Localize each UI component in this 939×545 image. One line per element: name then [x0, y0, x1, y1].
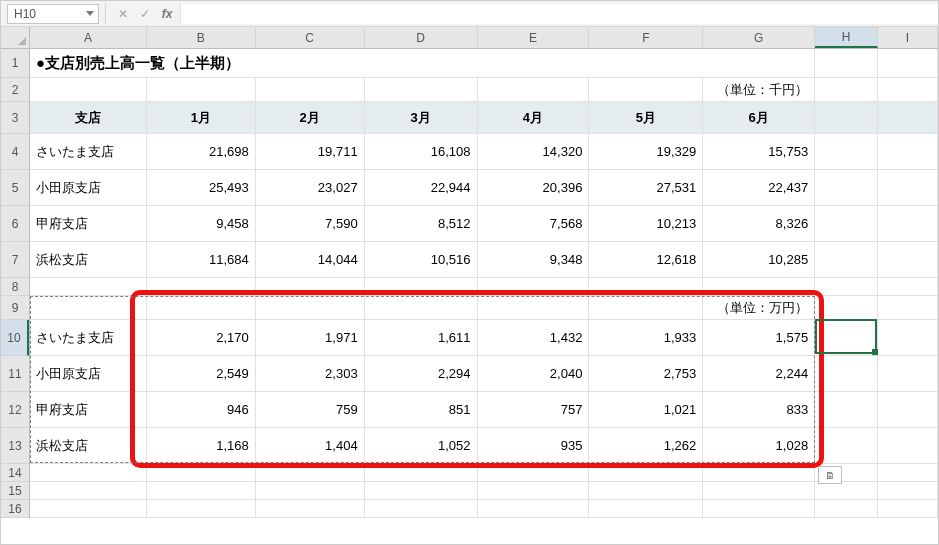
- cell-D14[interactable]: [365, 464, 478, 481]
- cell-F11[interactable]: 2,753: [589, 356, 703, 391]
- cell-D4[interactable]: 16,108: [365, 134, 478, 169]
- row-header-9[interactable]: 9: [1, 296, 29, 320]
- cell-F3[interactable]: 5月: [589, 102, 703, 133]
- cell-A8[interactable]: [30, 278, 147, 295]
- column-header-B[interactable]: B: [147, 27, 256, 48]
- cell-E10[interactable]: 1,432: [478, 320, 590, 355]
- row-header-2[interactable]: 2: [1, 78, 29, 102]
- cell-I4[interactable]: [878, 134, 938, 169]
- row-header-11[interactable]: 11: [1, 356, 29, 392]
- cell-H4[interactable]: [815, 134, 878, 169]
- cell-B7[interactable]: 11,684: [147, 242, 256, 277]
- cell-E14[interactable]: [478, 464, 590, 481]
- cells-area[interactable]: ●支店別売上高一覧（上半期）（単位：千円）支店1月2月3月4月5月6月さいたま支…: [30, 49, 938, 544]
- cell-B14[interactable]: [147, 464, 256, 481]
- row-header-7[interactable]: 7: [1, 242, 29, 278]
- cell-A13[interactable]: 浜松支店: [30, 428, 147, 463]
- cell-B15[interactable]: [147, 482, 256, 499]
- cell-A15[interactable]: [30, 482, 147, 499]
- cell-C11[interactable]: 2,303: [256, 356, 365, 391]
- cell-E16[interactable]: [478, 500, 590, 517]
- cell-C6[interactable]: 7,590: [256, 206, 365, 241]
- cell-D16[interactable]: [365, 500, 478, 517]
- cell-B2[interactable]: [147, 78, 256, 101]
- cell-E12[interactable]: 757: [478, 392, 590, 427]
- cell-A1[interactable]: ●支店別売上高一覧（上半期）: [30, 49, 815, 77]
- cell-A6[interactable]: 甲府支店: [30, 206, 147, 241]
- cell-I14[interactable]: [878, 464, 938, 481]
- cell-A16[interactable]: [30, 500, 147, 517]
- cell-E8[interactable]: [478, 278, 590, 295]
- cell-A14[interactable]: [30, 464, 147, 481]
- cell-H6[interactable]: [815, 206, 878, 241]
- row-header-12[interactable]: 12: [1, 392, 29, 428]
- cell-I2[interactable]: [878, 78, 938, 101]
- cell-I5[interactable]: [878, 170, 938, 205]
- row-header-13[interactable]: 13: [1, 428, 29, 464]
- cell-D9[interactable]: [365, 296, 478, 319]
- cell-B11[interactable]: 2,549: [147, 356, 256, 391]
- cell-C3[interactable]: 2月: [256, 102, 365, 133]
- cell-C13[interactable]: 1,404: [256, 428, 365, 463]
- cell-B12[interactable]: 946: [147, 392, 256, 427]
- cell-B4[interactable]: 21,698: [147, 134, 256, 169]
- cell-H3[interactable]: [815, 102, 878, 133]
- cell-F6[interactable]: 10,213: [589, 206, 703, 241]
- cell-H13[interactable]: [815, 428, 878, 463]
- cell-E9[interactable]: [478, 296, 590, 319]
- row-header-8[interactable]: 8: [1, 278, 29, 296]
- row-header-6[interactable]: 6: [1, 206, 29, 242]
- cell-F15[interactable]: [589, 482, 703, 499]
- cell-G7[interactable]: 10,285: [703, 242, 815, 277]
- cell-I8[interactable]: [878, 278, 938, 295]
- cell-A3[interactable]: 支店: [30, 102, 147, 133]
- row-header-3[interactable]: 3: [1, 102, 29, 134]
- cell-I12[interactable]: [878, 392, 938, 427]
- cell-H1[interactable]: [815, 49, 878, 77]
- cell-A5[interactable]: 小田原支店: [30, 170, 147, 205]
- cell-G13[interactable]: 1,028: [703, 428, 815, 463]
- cell-B3[interactable]: 1月: [147, 102, 256, 133]
- cell-F12[interactable]: 1,021: [589, 392, 703, 427]
- column-header-C[interactable]: C: [256, 27, 365, 48]
- cell-B16[interactable]: [147, 500, 256, 517]
- cell-F14[interactable]: [589, 464, 703, 481]
- cell-E13[interactable]: 935: [478, 428, 590, 463]
- cell-H12[interactable]: [815, 392, 878, 427]
- cell-D3[interactable]: 3月: [365, 102, 478, 133]
- cell-I10[interactable]: [878, 320, 938, 355]
- row-header-14[interactable]: 14: [1, 464, 29, 482]
- cell-D6[interactable]: 8,512: [365, 206, 478, 241]
- cell-G11[interactable]: 2,244: [703, 356, 815, 391]
- cell-H7[interactable]: [815, 242, 878, 277]
- cell-G2[interactable]: （単位：千円）: [703, 78, 815, 101]
- cell-G10[interactable]: 1,575: [703, 320, 815, 355]
- cell-G15[interactable]: [703, 482, 815, 499]
- cell-I13[interactable]: [878, 428, 938, 463]
- grid[interactable]: ABCDEFGHI 12345678910111213141516 ●支店別売上…: [1, 27, 938, 544]
- cell-F8[interactable]: [589, 278, 703, 295]
- cell-H16[interactable]: [815, 500, 878, 517]
- cell-C4[interactable]: 19,711: [256, 134, 365, 169]
- cell-H9[interactable]: [815, 296, 878, 319]
- cell-I15[interactable]: [878, 482, 938, 499]
- cell-B9[interactable]: [147, 296, 256, 319]
- cell-D13[interactable]: 1,052: [365, 428, 478, 463]
- cell-F9[interactable]: [589, 296, 703, 319]
- cell-B5[interactable]: 25,493: [147, 170, 256, 205]
- paste-options-button[interactable]: 🗎: [818, 466, 842, 484]
- cell-D8[interactable]: [365, 278, 478, 295]
- cell-C12[interactable]: 759: [256, 392, 365, 427]
- cell-I11[interactable]: [878, 356, 938, 391]
- row-header-1[interactable]: 1: [1, 49, 29, 78]
- cell-B13[interactable]: 1,168: [147, 428, 256, 463]
- cell-G4[interactable]: 15,753: [703, 134, 815, 169]
- cell-G3[interactable]: 6月: [703, 102, 815, 133]
- cell-G16[interactable]: [703, 500, 815, 517]
- cell-F16[interactable]: [589, 500, 703, 517]
- cell-C2[interactable]: [256, 78, 365, 101]
- cell-H15[interactable]: [815, 482, 878, 499]
- cell-I1[interactable]: [878, 49, 938, 77]
- cell-C16[interactable]: [256, 500, 365, 517]
- select-all-corner[interactable]: [1, 27, 30, 49]
